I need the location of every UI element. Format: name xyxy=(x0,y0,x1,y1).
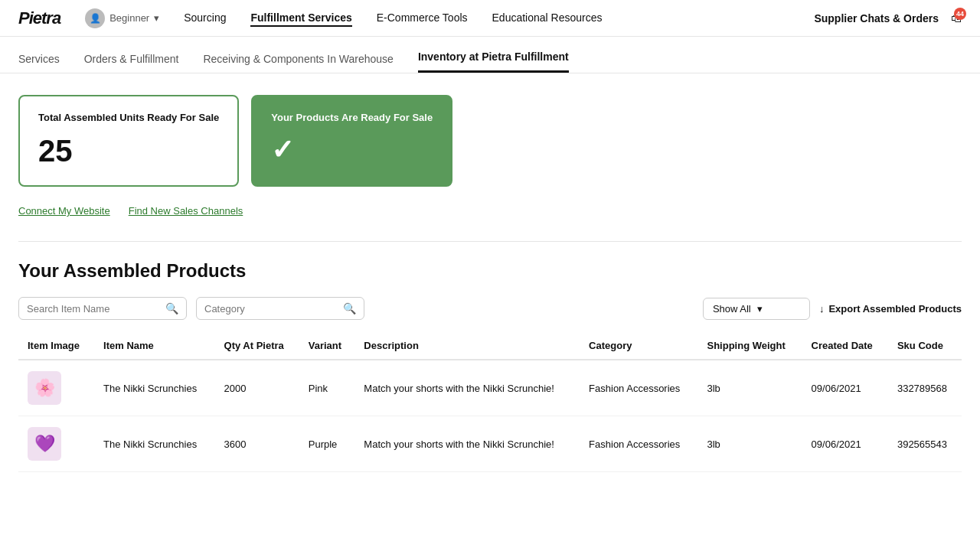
col-created-date: Created Date xyxy=(802,332,888,360)
filters-row: 🔍 🔍 Show All ▾ ↓ Export Assembled Produc… xyxy=(18,297,962,320)
find-sales-channels-link[interactable]: Find New Sales Channels xyxy=(129,205,243,217)
col-sku-code: Sku Code xyxy=(888,332,962,360)
logo: Pietra xyxy=(18,8,60,28)
connect-website-link[interactable]: Connect My Website xyxy=(18,205,110,217)
col-variant: Variant xyxy=(299,332,355,360)
col-item-image: Item Image xyxy=(18,332,94,360)
tab-inventory-pietra[interactable]: Inventory at Pietra Fulfillment xyxy=(418,51,569,73)
cell-created-date-1: 09/06/2021 xyxy=(802,416,888,472)
export-button[interactable]: ↓ Export Assembled Products xyxy=(819,303,962,315)
cell-category-1: Fashion Accessories xyxy=(580,416,697,472)
ready-for-sale-card: Your Products Are Ready For Sale ✓ xyxy=(251,95,452,187)
cell-shipping-weight-0: 3lb xyxy=(697,360,802,416)
supplier-chats-button[interactable]: Supplier Chats & Orders xyxy=(814,12,939,24)
ready-for-sale-label: Your Products Are Ready For Sale xyxy=(271,112,433,125)
cell-qty-1: 3600 xyxy=(215,416,299,472)
cell-image-1: 💜 xyxy=(18,416,94,472)
category-input[interactable] xyxy=(204,303,338,315)
user-info: 👤 Beginner ▾ xyxy=(85,8,159,28)
cell-shipping-weight-1: 3lb xyxy=(697,416,802,472)
export-label: Export Assembled Products xyxy=(828,303,962,315)
tab-services[interactable]: Services xyxy=(18,53,60,73)
cell-sku-code-1: 392565543 xyxy=(888,416,962,472)
section-title: Your Assembled Products xyxy=(18,260,962,282)
cart-badge: 44 xyxy=(954,8,966,20)
item-name-search-box: 🔍 xyxy=(18,297,187,320)
cell-description-0: Match your shorts with the Nikki Scrunch… xyxy=(354,360,580,416)
chevron-down-icon: ▾ xyxy=(154,12,159,24)
cell-image-0: 🌸 xyxy=(18,360,94,416)
cell-variant-0: Pink xyxy=(299,360,355,416)
cell-item-name-0: The Nikki Scrunchies xyxy=(94,360,214,416)
col-category: Category xyxy=(580,332,697,360)
cell-category-0: Fashion Accessories xyxy=(580,360,697,416)
cell-description-1: Match your shorts with the Nikki Scrunch… xyxy=(354,416,580,472)
cell-qty-0: 2000 xyxy=(215,360,299,416)
total-units-value: 25 xyxy=(38,134,219,168)
top-nav: Pietra 👤 Beginner ▾ Sourcing Fulfillment… xyxy=(0,0,980,37)
col-shipping-weight: Shipping Weight xyxy=(697,332,802,360)
main-content: Total Assembled Units Ready For Sale 25 … xyxy=(0,73,980,494)
links-row: Connect My Website Find New Sales Channe… xyxy=(18,205,962,217)
cell-item-name-1: The Nikki Scrunchies xyxy=(94,416,214,472)
chevron-down-icon: ▾ xyxy=(757,303,763,315)
user-level: Beginner xyxy=(109,12,149,24)
download-icon: ↓ xyxy=(819,303,825,315)
cell-sku-code-0: 332789568 xyxy=(888,360,962,416)
nav-link-sourcing[interactable]: Sourcing xyxy=(184,10,226,27)
cell-variant-1: Purple xyxy=(299,416,355,472)
avatar: 👤 xyxy=(85,8,105,28)
table-row: 🌸 The Nikki Scrunchies 2000 Pink Match y… xyxy=(18,360,962,416)
product-image-0: 🌸 xyxy=(28,371,61,405)
ready-for-sale-check: ✓ xyxy=(271,134,433,166)
nav-link-fulfillment[interactable]: Fulfillment Services xyxy=(250,10,351,27)
table-body: 🌸 The Nikki Scrunchies 2000 Pink Match y… xyxy=(18,360,962,472)
nav-left: Pietra 👤 Beginner ▾ Sourcing Fulfillment… xyxy=(18,8,603,28)
nav-links: Sourcing Fulfillment Services E-Commerce… xyxy=(184,10,602,27)
col-item-name: Item Name xyxy=(94,332,214,360)
search-input[interactable] xyxy=(27,303,161,315)
divider xyxy=(18,241,962,242)
total-units-label: Total Assembled Units Ready For Sale xyxy=(38,112,219,125)
products-table: Item Image Item Name Qty At Pietra Varia… xyxy=(18,332,962,472)
tab-receiving-components[interactable]: Receiving & Components In Warehouse xyxy=(203,53,394,73)
show-all-label: Show All xyxy=(713,303,751,315)
table-header: Item Image Item Name Qty At Pietra Varia… xyxy=(18,332,962,360)
total-units-card: Total Assembled Units Ready For Sale 25 xyxy=(18,95,239,187)
col-description: Description xyxy=(354,332,580,360)
tab-orders-fulfillment[interactable]: Orders & Fulfillment xyxy=(84,53,179,73)
cart-button[interactable]: 🛍 44 xyxy=(951,12,962,24)
show-all-dropdown[interactable]: Show All ▾ xyxy=(703,298,810,320)
category-search-box: 🔍 xyxy=(196,297,364,320)
nav-link-education[interactable]: Educational Resources xyxy=(492,10,603,27)
col-qty-pietra: Qty At Pietra xyxy=(215,332,299,360)
products-table-wrap: Item Image Item Name Qty At Pietra Varia… xyxy=(18,332,962,472)
sub-nav: Services Orders & Fulfillment Receiving … xyxy=(0,37,980,73)
product-image-1: 💜 xyxy=(28,427,61,461)
nav-link-ecommerce[interactable]: E-Commerce Tools xyxy=(377,10,468,27)
nav-right: Supplier Chats & Orders 🛍 44 xyxy=(814,12,962,24)
search-icon: 🔍 xyxy=(165,302,178,315)
cell-created-date-0: 09/06/2021 xyxy=(802,360,888,416)
stat-cards: Total Assembled Units Ready For Sale 25 … xyxy=(18,95,962,187)
category-search-icon: 🔍 xyxy=(343,302,356,315)
table-row: 💜 The Nikki Scrunchies 3600 Purple Match… xyxy=(18,416,962,472)
